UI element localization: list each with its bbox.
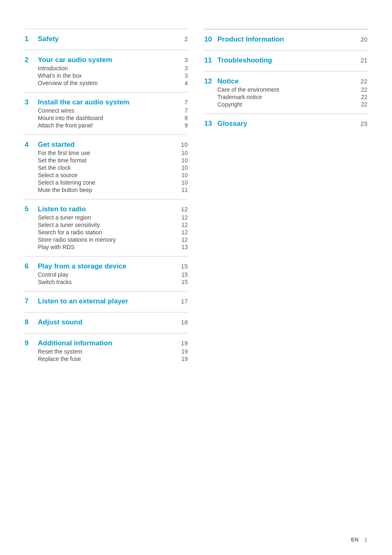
toc-section-page: 10 — [181, 141, 188, 148]
toc-section: 8Adjust sound18 — [25, 312, 188, 333]
toc-sub-title: Play with RDS — [38, 244, 74, 250]
footer-lang: EN — [351, 536, 358, 543]
toc-sub-title: Set the clock — [38, 164, 71, 171]
toc-sub-page: 8 — [184, 115, 188, 121]
toc-sub-row: Copyright22 — [204, 101, 367, 108]
toc-section: 10Product Information20 — [204, 29, 367, 50]
toc-section: 1Safety2 — [25, 29, 188, 50]
toc-section-page: 7 — [184, 99, 188, 106]
toc-sub-page: 10 — [181, 172, 188, 178]
toc-section: 4Get started10For the first time use10Se… — [25, 134, 188, 199]
toc-sub-row: Select a tuner region12 — [25, 214, 188, 221]
toc-section-number: 9 — [25, 339, 34, 347]
toc-section-number: 11 — [204, 56, 213, 65]
toc-section-page: 17 — [181, 298, 188, 305]
toc-sub-row: For the first time use10 — [25, 150, 188, 156]
toc-section-title: Listen to radio — [38, 205, 86, 213]
toc-sub-title: Set the time format — [38, 157, 86, 164]
toc-section-number: 4 — [25, 141, 34, 149]
toc-section-number: 1 — [25, 35, 34, 43]
toc-section-page: 22 — [360, 78, 367, 85]
toc-sub-page: 15 — [181, 279, 188, 285]
toc-section-title: Notice — [217, 77, 239, 86]
toc-section: 6Play from a storage device15Control pla… — [25, 256, 188, 291]
toc-sub-page: 22 — [361, 94, 367, 100]
toc-sub-page: 19 — [181, 348, 188, 355]
toc-section-number: 5 — [25, 205, 34, 213]
toc-main-row: 7Listen to an external player17 — [25, 297, 188, 305]
toc-sub-page: 12 — [181, 222, 188, 228]
toc-section-page: 19 — [181, 340, 188, 347]
toc-sub-title: Copyright — [217, 101, 242, 108]
toc-sub-row: Connect wires7 — [25, 107, 188, 114]
toc-section-title: Play from a storage device — [38, 262, 126, 271]
toc-sub-title: Search for a radio station — [38, 229, 102, 236]
toc-section-page: 15 — [181, 263, 188, 270]
toc-section-number: 3 — [25, 98, 34, 106]
toc-sub-row: Overview of the system4 — [25, 80, 188, 86]
toc-section-number: 13 — [204, 120, 213, 128]
toc-section-title: Product Information — [217, 35, 284, 44]
toc-sub-page: 19 — [181, 356, 188, 362]
toc-main-row: 12Notice22 — [204, 77, 367, 86]
toc-sub-row: Control play15 — [25, 271, 188, 278]
toc-section-title: Glossary — [217, 120, 247, 128]
toc-sub-row: Play with RDS13 — [25, 244, 188, 250]
toc-sub-row: Select a tuner sensitivity12 — [25, 222, 188, 228]
toc-sub-page: 15 — [181, 271, 188, 278]
toc-main-row: 8Adjust sound18 — [25, 318, 188, 326]
toc-section-number: 8 — [25, 318, 34, 326]
toc-section: 2Your car audio system3Introduction3What… — [25, 50, 188, 92]
toc-sub-title: Replace the fuse — [38, 356, 81, 362]
toc-sub-title: Select a source — [38, 172, 78, 178]
left-column: 1Safety22Your car audio system3Introduct… — [25, 29, 188, 368]
toc-sub-title: Store radio stations in memory — [38, 236, 116, 243]
toc-section: 11Troubleshooting21 — [204, 50, 367, 71]
toc-sub-title: Mute the button beep — [38, 187, 92, 193]
toc-section-number: 12 — [204, 77, 213, 86]
toc-main-row: 1Safety2 — [25, 35, 188, 43]
toc-sub-page: 22 — [361, 101, 367, 108]
toc-sub-row: Switch tracks15 — [25, 279, 188, 285]
toc-sub-page: 10 — [181, 157, 188, 164]
toc-sub-page: 10 — [181, 179, 188, 186]
toc-sub-title: Control play — [38, 271, 69, 278]
toc-sub-page: 10 — [181, 150, 188, 156]
toc-sub-row: Select a source10 — [25, 172, 188, 178]
toc-main-row: 11Troubleshooting21 — [204, 56, 367, 65]
toc-sub-page: 7 — [184, 107, 188, 114]
toc-section: 7Listen to an external player17 — [25, 291, 188, 312]
toc-sub-row: Care of the environment22 — [204, 86, 367, 93]
toc-sub-row: Search for a radio station12 — [25, 229, 188, 236]
toc-main-row: 6Play from a storage device15 — [25, 262, 188, 271]
toc-main-row: 9Additional information19 — [25, 339, 188, 347]
toc-sub-title: Switch tracks — [38, 279, 71, 285]
toc-sub-title: Select a tuner sensitivity — [38, 222, 100, 228]
toc-section-number: 2 — [25, 56, 34, 64]
toc-sub-row: Replace the fuse19 — [25, 356, 188, 362]
toc-section-page: 20 — [360, 36, 367, 43]
toc-sub-page: 12 — [181, 229, 188, 236]
toc-sub-title: Attach the front panel — [38, 122, 92, 129]
toc-sub-page: 4 — [184, 80, 188, 86]
toc-section-page: 12 — [181, 206, 188, 213]
toc-sub-title: Connect wires — [38, 107, 74, 114]
toc-section-page: 18 — [181, 319, 188, 326]
toc-sub-row: Store radio stations in memory12 — [25, 236, 188, 243]
toc-sub-title: Mount into the dashboard — [38, 115, 103, 121]
toc-sub-title: Select a tuner region — [38, 214, 91, 221]
toc-sub-row: Introduction3 — [25, 65, 188, 72]
right-column: 10Product Information2011Troubleshooting… — [204, 29, 367, 368]
toc-section-page: 23 — [360, 120, 367, 127]
toc-sub-page: 3 — [184, 72, 188, 79]
toc-main-row: 5Listen to radio12 — [25, 205, 188, 213]
toc-section-page: 2 — [184, 35, 188, 42]
toc-sub-title: Reset the system — [38, 348, 82, 355]
toc-section: 5Listen to radio12Select a tuner region1… — [25, 199, 188, 256]
toc-sub-row: Select a listening zone10 — [25, 179, 188, 186]
toc-section-page: 21 — [360, 57, 367, 64]
toc-section-title: Troubleshooting — [217, 56, 272, 65]
toc-sub-page: 11 — [181, 187, 188, 193]
toc-section: 12Notice22Care of the environment22Trade… — [204, 71, 367, 113]
toc-sub-row: Mount into the dashboard8 — [25, 115, 188, 121]
